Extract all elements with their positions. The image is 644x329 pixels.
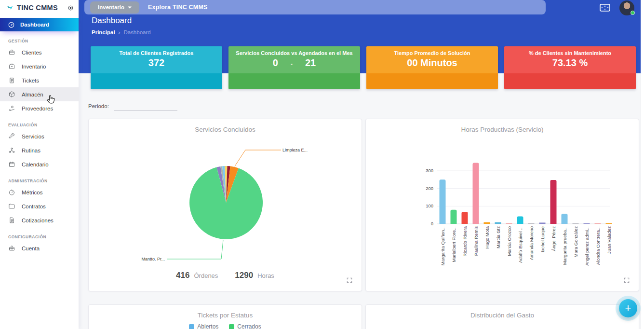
stat-card: Total de Clientes Registrados372 — [91, 46, 222, 89]
legend-label: Abiertos — [197, 323, 218, 329]
legend-label: Cerrados — [237, 323, 261, 329]
fullscreen-toggle-button[interactable] — [600, 3, 611, 12]
bar[interactable] — [506, 223, 512, 224]
bar[interactable] — [440, 179, 446, 224]
bar[interactable] — [573, 223, 579, 224]
sidebar-item-label: Tickets — [22, 78, 39, 83]
module-dropdown-button[interactable]: Inventario — [90, 1, 139, 14]
stat-card-title: Servicios Concluidos vs Agendados en el … — [228, 50, 360, 56]
x-axis-tick-label: Adolfo Esquivel ... — [518, 226, 523, 263]
bar[interactable] — [528, 223, 535, 224]
bar[interactable] — [462, 212, 468, 224]
bar[interactable] — [539, 222, 546, 224]
x-axis-tick-label: Margarita Quiñon... — [440, 226, 445, 265]
topbar: Inventario Explora TINC CMMS — [84, 0, 546, 14]
bar[interactable] — [451, 210, 457, 224]
expand-chart-button[interactable] — [346, 276, 354, 284]
bar[interactable] — [584, 223, 590, 224]
online-status-dot — [631, 11, 635, 15]
stat-card: Servicios Concluidos vs Agendados en el … — [228, 46, 360, 89]
sidebar-item-calendario[interactable]: Calendario — [0, 157, 79, 171]
topbar-tagline: Explora TINC CMMS — [148, 4, 208, 11]
calendar-icon — [8, 161, 15, 168]
screen-icon — [600, 4, 610, 12]
stat-value-left: 0 — [273, 57, 278, 69]
bar[interactable] — [562, 214, 568, 224]
main-content: Inventario Explora TINC CMMS Dashboard P… — [79, 0, 644, 329]
sidebar-item-proveedores[interactable]: Proveedores — [0, 101, 79, 115]
page-scrollbar[interactable] — [641, 0, 644, 329]
sidebar-item-label: Servicios — [22, 134, 44, 139]
chevron-down-icon — [128, 6, 132, 9]
sidebar-item-label: Cotizaciones — [22, 218, 54, 223]
periodo-input[interactable] — [114, 102, 177, 110]
breadcrumb-current: Dashboard — [123, 29, 150, 35]
sidebar-item-metricos[interactable]: Métricos — [0, 185, 79, 199]
legend-swatch — [189, 324, 194, 329]
gasto-chart-title: Distribución del Gasto — [366, 305, 639, 319]
x-axis-tick-label: Marcia Gtz — [496, 226, 501, 248]
tickets-legend: AbiertosCerrados — [89, 323, 362, 329]
stat-card-title: % de Clientes sin Mantenimiento — [504, 50, 636, 56]
bar[interactable] — [550, 180, 557, 224]
sidebar-item-rutinas[interactable]: Rutinas — [0, 143, 79, 157]
stat-card: Tiempo Promedio de Solución00 Minutos — [366, 46, 498, 89]
legend-item[interactable]: Cerrados — [229, 323, 261, 329]
x-axis-tick-label: Hugo Mota — [484, 226, 490, 248]
sidebar-nav: GESTIÓNClientesInventarioTicketsAlmacénP… — [0, 39, 79, 255]
sidebar-toggle-icon[interactable] — [67, 5, 74, 11]
x-axis-tick-label: Marcia Orozco — [507, 226, 512, 256]
pie-callout-label: Limpieza E... — [282, 148, 308, 152]
sidebar-item-label: Métricos — [22, 190, 42, 195]
x-axis-tick-label: Alondra Contrera... — [595, 226, 601, 265]
expand-chart-button[interactable] — [623, 276, 631, 284]
briefcase-icon — [8, 49, 15, 56]
pie-callout-line — [235, 150, 281, 166]
folder-icon — [8, 203, 15, 210]
bar[interactable] — [484, 222, 490, 224]
x-axis-tick-label: Ixchel Luque — [540, 226, 545, 252]
sidebar-item-label: Inventario — [22, 64, 46, 69]
app-title: TINC CMMS — [17, 4, 67, 12]
pie-chart-title: Servicios Concluidos — [89, 119, 362, 133]
legend-item[interactable]: Abiertos — [189, 323, 218, 329]
sidebar-item-label: Rutinas — [22, 148, 40, 153]
module-dropdown-label: Inventario — [98, 4, 124, 10]
pie-summary-value: 1290 — [235, 271, 253, 280]
bar[interactable] — [473, 163, 479, 224]
pie-summary-value: 416 — [176, 271, 189, 280]
sidebar-item-clientes[interactable]: Clientes — [0, 45, 79, 59]
bar[interactable] — [495, 222, 501, 224]
bar[interactable] — [517, 217, 523, 224]
pie-chart: Limpieza E...Mantto. Pr... — [89, 119, 362, 292]
sidebar-section-label: GESTIÓN — [8, 39, 79, 43]
bottom-charts-row: Tickets por Estatus AbiertosCerrados Dis… — [88, 304, 639, 329]
stat-card-footer — [91, 73, 222, 89]
package-cube-icon — [8, 91, 15, 98]
sidebar-section-label: EVALUACIÓN — [8, 123, 79, 127]
pie-callout-line — [167, 240, 223, 259]
sidebar-item-inventario[interactable]: Inventario — [0, 59, 79, 73]
sidebar-item-almacen[interactable]: Almacén — [0, 87, 79, 101]
bar[interactable] — [595, 223, 601, 224]
pie-chart-card: Servicios Concluidos Limpieza E...Mantto… — [88, 119, 362, 291]
breadcrumb: Principal › Dashboard — [92, 29, 151, 35]
routines-network-icon — [8, 147, 15, 154]
sidebar-item-label: Calendario — [22, 162, 49, 167]
bar[interactable] — [606, 223, 612, 224]
sidebar-item-servicios[interactable]: Servicios — [0, 129, 79, 143]
sidebar-item-cotizaciones[interactable]: Cotizaciones — [0, 213, 79, 227]
stat-value: 73.13 % — [552, 57, 588, 69]
sidebar-item-cuenta[interactable]: Cuenta — [0, 241, 79, 255]
breadcrumb-root[interactable]: Principal — [92, 29, 115, 35]
stat-card-footer — [366, 73, 498, 89]
tickets-chart-title: Tickets por Estatus — [89, 305, 362, 319]
sidebar-item-dashboard[interactable]: Dashboard — [0, 18, 79, 31]
sidebar: TINC CMMS Dashboard GESTIÓNClientesInven… — [0, 0, 79, 329]
sidebar-item-tickets[interactable]: Tickets — [0, 73, 79, 87]
user-avatar[interactable] — [619, 0, 634, 15]
add-fab-button[interactable]: + — [619, 299, 637, 317]
x-axis-tick-label: Paulina Remis — [473, 226, 479, 256]
sidebar-item-contratos[interactable]: Contratos — [0, 199, 79, 213]
stat-card-footer — [228, 73, 360, 89]
